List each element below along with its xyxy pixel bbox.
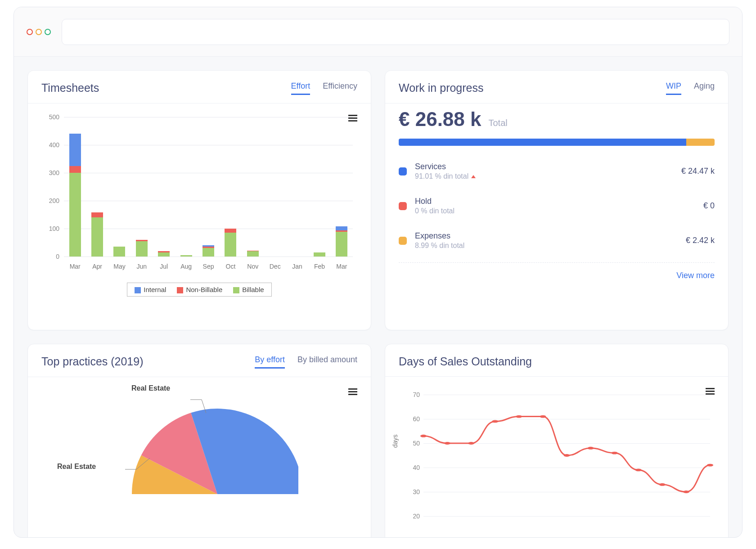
svg-point-5 <box>540 415 546 418</box>
dso-line-chart: days 203040506070 <box>399 390 715 525</box>
wip-breakdown-list: Services91.01 % din total€ 24.47 kHold0 … <box>385 149 728 258</box>
color-swatch <box>399 237 407 245</box>
y-tick: 500 <box>41 113 59 121</box>
practices-tabs: By effort By billed amount <box>255 355 357 369</box>
minimize-icon[interactable] <box>36 29 42 35</box>
x-tick: Mar <box>64 263 86 270</box>
wip-progress-bar <box>399 139 715 146</box>
maximize-icon[interactable] <box>45 29 51 35</box>
wip-total: € 26.88 k Total <box>385 104 728 130</box>
tab-wip[interactable]: WIP <box>666 81 681 95</box>
y-tick: 100 <box>41 225 59 232</box>
window-controls[interactable] <box>27 29 51 35</box>
card-wip: Work in progress WIP Aging € 26.88 k Tot… <box>385 70 729 330</box>
y-tick: 40 <box>406 464 420 471</box>
wip-item: Expenses8.99 % din total€ 2.42 k <box>399 223 715 258</box>
svg-point-3 <box>492 420 498 423</box>
wip-item-name: Expenses <box>415 231 678 241</box>
wip-tabs: WIP Aging <box>666 81 715 95</box>
tab-by-billed[interactable]: By billed amount <box>297 355 357 369</box>
card-dso: Days of Sales Outstanding days 203040506… <box>385 344 729 538</box>
trend-up-icon <box>471 175 476 178</box>
wip-item-sub: 0 % din total <box>415 207 695 215</box>
x-tick: Apr <box>86 263 108 270</box>
svg-point-4 <box>516 415 522 418</box>
card-title: Days of Sales Outstanding <box>399 355 532 368</box>
y-tick: 70 <box>406 391 420 398</box>
y-tick: 200 <box>41 197 59 204</box>
browser-chrome <box>14 7 742 57</box>
x-tick: Sep <box>197 263 219 270</box>
wip-item: Hold0 % din total€ 0 <box>399 189 715 223</box>
x-tick: Oct <box>220 263 242 270</box>
slice-label: Real Estate <box>57 463 96 471</box>
timesheets-tabs: Effort Efficiency <box>291 81 357 95</box>
x-tick: Aug <box>175 263 197 270</box>
progress-services <box>399 139 686 146</box>
x-tick: Jun <box>130 263 153 270</box>
card-title: Top practices (2019) <box>41 355 144 368</box>
practices-pie-chart: Real Estate Real Estate <box>41 386 357 530</box>
y-tick: 60 <box>406 415 420 423</box>
y-tick: 300 <box>41 169 59 176</box>
x-tick: Jan <box>286 263 308 270</box>
x-tick: Mar <box>331 263 353 270</box>
y-tick: 20 <box>406 513 420 520</box>
svg-point-12 <box>707 464 713 467</box>
legend-billable: Billable <box>233 286 264 293</box>
chart-legend: Internal Non-Billable Billable <box>127 283 271 297</box>
tab-by-effort[interactable]: By effort <box>255 355 285 369</box>
x-tick: Nov <box>242 263 264 270</box>
legend-nonbillable: Non-Billable <box>177 286 222 293</box>
timesheets-bar-chart: 0100200300400500 MarAprMayJunJulAugSepOc… <box>41 117 357 279</box>
wip-item-value: € 0 <box>703 201 715 211</box>
y-axis-label: days <box>392 434 399 448</box>
card-title: Timesheets <box>41 81 99 94</box>
svg-point-0 <box>420 435 427 437</box>
svg-point-6 <box>563 454 570 457</box>
wip-total-amount: € 26.88 k <box>399 108 482 130</box>
svg-point-1 <box>444 442 450 445</box>
wip-item-sub: 8.99 % din total <box>415 242 678 250</box>
svg-point-11 <box>683 490 689 493</box>
close-icon[interactable] <box>27 29 33 35</box>
card-top-practices: Top practices (2019) By effort By billed… <box>27 344 371 538</box>
wip-item-value: € 2.42 k <box>686 236 715 245</box>
wip-item-sub: 91.01 % din total <box>415 172 673 180</box>
y-tick: 30 <box>406 488 420 495</box>
x-tick: Dec <box>264 263 286 270</box>
tab-effort[interactable]: Effort <box>291 81 310 95</box>
wip-item-name: Hold <box>415 197 695 206</box>
wip-total-label: Total <box>489 118 508 128</box>
app-window: Timesheets Effort Efficiency 01002003004… <box>14 7 742 538</box>
tab-efficiency[interactable]: Efficiency <box>323 81 357 95</box>
x-tick: May <box>108 263 130 270</box>
progress-expenses <box>686 139 715 146</box>
address-bar[interactable] <box>62 19 729 45</box>
x-tick: Feb <box>308 263 330 270</box>
wip-item: Services91.01 % din total€ 24.47 k <box>399 154 715 189</box>
legend-internal: Internal <box>135 286 166 293</box>
card-timesheets: Timesheets Effort Efficiency 01002003004… <box>27 70 371 330</box>
x-tick: Jul <box>153 263 175 270</box>
color-swatch <box>399 167 407 176</box>
svg-point-8 <box>612 452 618 454</box>
dashboard-grid: Timesheets Effort Efficiency 01002003004… <box>14 57 742 538</box>
svg-point-10 <box>659 483 666 486</box>
y-tick: 50 <box>406 440 420 447</box>
svg-point-7 <box>588 447 594 450</box>
tab-aging[interactable]: Aging <box>694 81 715 95</box>
slice-label: Real Estate <box>131 384 170 392</box>
svg-point-9 <box>635 468 642 471</box>
y-tick: 0 <box>41 253 59 260</box>
card-title: Work in progress <box>399 81 484 94</box>
wip-item-value: € 24.47 k <box>681 166 715 176</box>
color-swatch <box>399 202 407 210</box>
view-more-link[interactable]: View more <box>385 263 728 291</box>
svg-point-2 <box>468 442 474 445</box>
wip-item-name: Services <box>415 162 673 171</box>
y-tick: 400 <box>41 141 59 148</box>
